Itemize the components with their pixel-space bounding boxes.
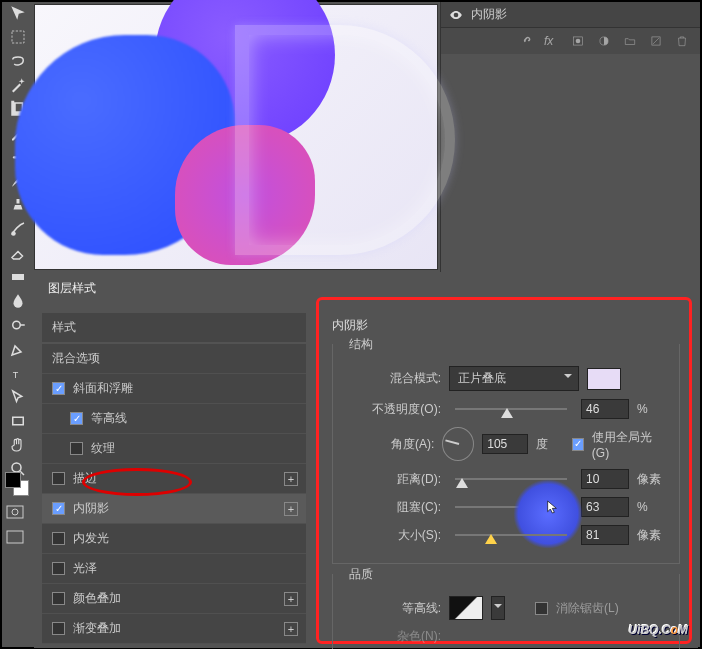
layers-panel: 内阴影 fx bbox=[440, 2, 700, 272]
style-item-stroke[interactable]: 描边+ bbox=[42, 464, 306, 494]
checkbox[interactable] bbox=[52, 532, 65, 545]
angle-dial[interactable] bbox=[442, 427, 474, 461]
antialias-checkbox[interactable] bbox=[535, 602, 548, 615]
svg-point-10 bbox=[576, 39, 581, 44]
link-icon[interactable] bbox=[518, 34, 534, 48]
global-light-checkbox[interactable] bbox=[572, 438, 584, 451]
contour-dropdown[interactable] bbox=[491, 596, 505, 620]
marquee-tool[interactable] bbox=[7, 28, 29, 46]
layer-effect-label: 内阴影 bbox=[471, 6, 507, 23]
add-icon[interactable]: + bbox=[284, 622, 298, 636]
style-item-inner-shadow[interactable]: 内阴影+ bbox=[42, 494, 306, 524]
svg-point-8 bbox=[12, 463, 21, 472]
foreground-color-swatch[interactable] bbox=[5, 472, 21, 488]
opacity-input[interactable]: 46 bbox=[581, 399, 629, 419]
hand-tool[interactable] bbox=[7, 436, 29, 454]
dialog-title: 图层样式 bbox=[34, 272, 698, 305]
magic-wand-tool[interactable] bbox=[7, 76, 29, 94]
opacity-label: 不透明度(O): bbox=[345, 401, 441, 418]
dodge-tool[interactable] bbox=[7, 316, 29, 334]
style-item-contour[interactable]: 等高线 bbox=[42, 404, 306, 434]
inner-shadow-settings: 内阴影 结构 混合模式: 正片叠底 不透明度(O): 46 % 角度(A): bbox=[314, 305, 698, 648]
checkbox[interactable] bbox=[52, 622, 65, 635]
angle-unit: 度 bbox=[536, 436, 564, 453]
group-icon[interactable] bbox=[622, 34, 638, 48]
layers-footer: fx bbox=[441, 27, 700, 54]
size-input[interactable]: 81 bbox=[581, 525, 629, 545]
size-unit: 像素 bbox=[637, 527, 667, 544]
rectangle-tool[interactable] bbox=[7, 412, 29, 430]
path-selection-tool[interactable] bbox=[7, 388, 29, 406]
distance-slider[interactable] bbox=[455, 470, 567, 488]
choke-slider[interactable] bbox=[455, 498, 567, 516]
gradient-tool[interactable] bbox=[7, 268, 29, 286]
document-canvas[interactable] bbox=[34, 4, 438, 270]
glass-letter-d bbox=[235, 25, 455, 255]
opacity-slider[interactable] bbox=[455, 400, 567, 418]
blur-tool[interactable] bbox=[7, 292, 29, 310]
blending-options-item[interactable]: 混合选项 bbox=[42, 344, 306, 374]
adjustment-icon[interactable] bbox=[596, 34, 612, 48]
style-item-bevel[interactable]: 斜面和浮雕 bbox=[42, 374, 306, 404]
section-title: 内阴影 bbox=[332, 317, 680, 334]
quality-label: 品质 bbox=[343, 566, 379, 583]
move-tool[interactable] bbox=[7, 4, 29, 22]
svg-text:T: T bbox=[13, 370, 19, 380]
checkbox[interactable] bbox=[70, 412, 83, 425]
svg-rect-4 bbox=[12, 274, 24, 280]
checkbox[interactable] bbox=[52, 472, 65, 485]
fx-icon[interactable]: fx bbox=[544, 34, 560, 48]
checkbox[interactable] bbox=[52, 382, 65, 395]
svg-rect-7 bbox=[13, 417, 24, 425]
style-item-color-overlay[interactable]: 颜色叠加+ bbox=[42, 584, 306, 614]
checkbox[interactable] bbox=[52, 502, 65, 515]
angle-input[interactable]: 105 bbox=[482, 434, 527, 454]
style-item-texture[interactable]: 纹理 bbox=[42, 434, 306, 464]
trash-icon[interactable] bbox=[674, 34, 690, 48]
watermark: UiBQ.CoM bbox=[629, 618, 688, 639]
checkbox[interactable] bbox=[52, 562, 65, 575]
checkbox[interactable] bbox=[70, 442, 83, 455]
add-icon[interactable]: + bbox=[284, 502, 298, 516]
size-slider[interactable] bbox=[455, 526, 567, 544]
noise-label: 杂色(N): bbox=[345, 628, 441, 645]
svg-rect-13 bbox=[7, 506, 23, 518]
svg-point-14 bbox=[12, 509, 18, 515]
blend-mode-select[interactable]: 正片叠底 bbox=[449, 366, 579, 391]
structure-label: 结构 bbox=[343, 336, 379, 353]
quick-mask-icon[interactable] bbox=[5, 504, 25, 520]
svg-rect-15 bbox=[7, 531, 23, 543]
global-light-label: 使用全局光 (G) bbox=[592, 429, 667, 460]
screen-mode-icon[interactable] bbox=[5, 529, 25, 545]
choke-input[interactable]: 63 bbox=[581, 497, 629, 517]
add-icon[interactable]: + bbox=[284, 592, 298, 606]
history-brush-tool[interactable] bbox=[7, 220, 29, 238]
eraser-tool[interactable] bbox=[7, 244, 29, 262]
style-item-gradient-overlay[interactable]: 渐变叠加+ bbox=[42, 614, 306, 644]
checkbox[interactable] bbox=[52, 592, 65, 605]
distance-label: 距离(D): bbox=[345, 471, 441, 488]
size-label: 大小(S): bbox=[345, 527, 441, 544]
layer-effect-row[interactable]: 内阴影 bbox=[441, 2, 700, 27]
styles-list-panel: 样式 混合选项 斜面和浮雕 等高线 纹理 描边+ 内阴影+ 内发光 光泽 颜色叠… bbox=[34, 305, 314, 648]
choke-label: 阻塞(C): bbox=[345, 499, 441, 516]
mask-icon[interactable] bbox=[570, 34, 586, 48]
distance-input[interactable]: 10 bbox=[581, 469, 629, 489]
style-item-satin[interactable]: 光泽 bbox=[42, 554, 306, 584]
svg-point-5 bbox=[13, 321, 21, 329]
color-swatches[interactable] bbox=[5, 472, 31, 548]
contour-label: 等高线: bbox=[345, 600, 441, 617]
contour-swatch[interactable] bbox=[449, 596, 483, 620]
angle-label: 角度(A): bbox=[345, 436, 434, 453]
blend-mode-label: 混合模式: bbox=[345, 370, 441, 387]
styles-header[interactable]: 样式 bbox=[42, 313, 306, 342]
type-tool[interactable]: T bbox=[7, 364, 29, 382]
style-item-inner-glow[interactable]: 内发光 bbox=[42, 524, 306, 554]
lasso-tool[interactable] bbox=[7, 52, 29, 70]
svg-point-3 bbox=[11, 231, 16, 236]
visibility-icon[interactable] bbox=[449, 8, 463, 22]
new-layer-icon[interactable] bbox=[648, 34, 664, 48]
add-icon[interactable]: + bbox=[284, 472, 298, 486]
pen-tool[interactable] bbox=[7, 340, 29, 358]
shadow-color-swatch[interactable] bbox=[587, 368, 621, 390]
